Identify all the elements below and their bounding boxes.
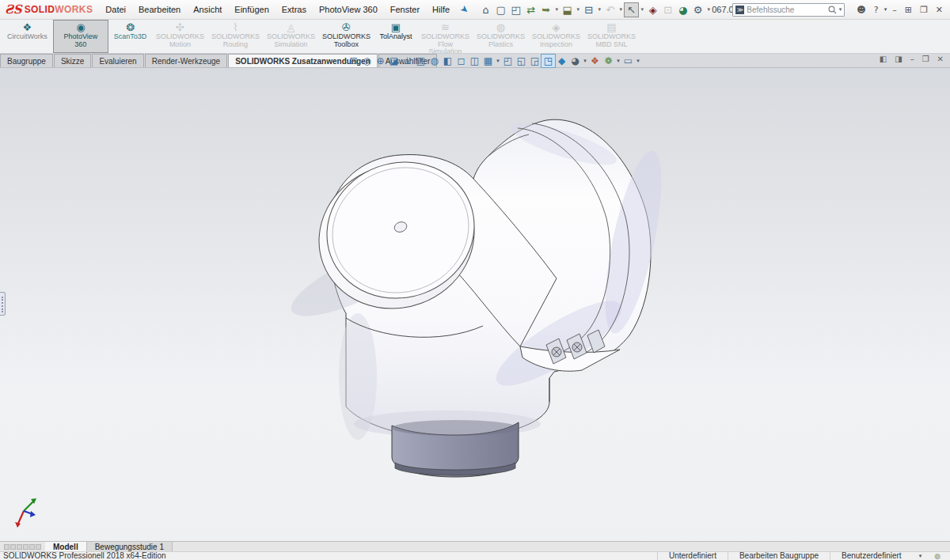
ribbon-solidworks-mbd-snl[interactable]: ▤ SOLIDWORKS MBD SNL <box>583 20 639 53</box>
ribbon-solidworks-inspection[interactable]: ◈ SOLIDWORKS Inspection <box>528 20 583 53</box>
display-style-shaded-edges-icon[interactable]: ◧ <box>441 55 454 67</box>
normal-to-icon[interactable]: ⊥ <box>401 55 414 67</box>
model-3d[interactable] <box>0 68 950 541</box>
tab-bewegungsstudie-1[interactable]: Bewegungsstudie 1 <box>87 542 173 551</box>
title-bar: ƧS SOLID WORKS DateiBearbeitenAnsichtEin… <box>0 0 950 20</box>
shadows-caret[interactable]: ▾ <box>582 55 588 67</box>
menu-fenster[interactable]: Fenster <box>384 2 426 17</box>
graphics-area[interactable] <box>0 68 950 541</box>
tag-globe-icon[interactable]: ◍ <box>928 552 947 560</box>
maximize-window-icon[interactable]: ❐ <box>916 5 932 15</box>
view-selector-icon[interactable]: ◳ <box>542 55 555 67</box>
new-document-icon[interactable]: ▢ <box>493 2 508 17</box>
menu-extras[interactable]: Extras <box>276 2 313 17</box>
minimize-window-icon[interactable]: – <box>888 5 901 15</box>
shadows-icon[interactable]: ◕ <box>568 55 582 67</box>
view-orientation-icon[interactable]: ◳ <box>414 55 428 67</box>
restore-document-icon[interactable]: ❐ <box>920 55 932 63</box>
hide-show-items-icon[interactable]: ◰ <box>501 55 515 67</box>
rebuild-traffic-light-icon[interactable]: ◈ <box>645 2 660 17</box>
display-style-wireframe-icon[interactable]: ▦ <box>481 55 495 67</box>
search-icon[interactable] <box>828 6 837 14</box>
menu-hilfe[interactable]: Hilfe <box>426 2 456 17</box>
solidworks-logo-icon: ƧS <box>5 2 22 17</box>
options-caret[interactable]: ▾ <box>705 2 712 17</box>
save-caret[interactable]: ▾ <box>575 2 581 17</box>
spigot[interactable] <box>392 420 519 477</box>
window-controls: ☻?▾–⊞❐✕ <box>853 5 947 15</box>
display-style-hlv-icon[interactable]: ◫ <box>468 55 481 67</box>
pin-icon[interactable]: ➤ <box>458 2 472 16</box>
menu-einfuegen[interactable]: Einfügen <box>228 2 275 17</box>
select-caret[interactable]: ▾ <box>639 2 645 17</box>
open-document-icon[interactable]: ◰ <box>508 2 523 17</box>
logo-text-works: WORKS <box>55 4 93 15</box>
display-style-caret[interactable]: ▾ <box>495 55 501 67</box>
zoom-to-fit-icon[interactable]: ⊡ <box>347 55 360 67</box>
ribbon-circuitworks[interactable]: ❖ CircuitWorks <box>2 20 53 53</box>
menu-photoview-360[interactable]: PhotoView 360 <box>313 2 384 17</box>
render-options-icon[interactable]: ❁ <box>602 55 615 67</box>
search-caret-icon[interactable]: ▾ <box>839 6 842 13</box>
command-search-box[interactable]: ≫ Befehlssuche ▾ <box>732 3 845 17</box>
task-pane-toggle-icon[interactable]: ◨ <box>892 55 904 63</box>
ribbon-solidworks-flow-simulation[interactable]: ≋ SOLIDWORKS Flow Simulation <box>417 20 473 53</box>
apply-scene-icon[interactable]: ❖ <box>588 55 602 67</box>
tab-baugruppe[interactable]: Baugruppe <box>0 54 53 67</box>
display-style-hlr-icon[interactable]: ◻ <box>454 55 468 67</box>
hide-all-types-icon[interactable]: ◱ <box>515 55 528 67</box>
ribbon-tolanalyst[interactable]: ▣ TolAnalyst <box>374 20 417 53</box>
featuremanager-toggle-icon[interactable]: ◧ <box>877 55 889 63</box>
ribbon-solidworks-toolbox[interactable]: ✇ SOLIDWORKS Toolbox <box>318 20 374 53</box>
help-icon[interactable]: ? <box>870 5 883 15</box>
ribbon-scanto3d[interactable]: ❂ ScanTo3D <box>108 20 153 53</box>
close-window-icon[interactable]: ✕ <box>932 5 947 15</box>
undo-caret[interactable]: ▾ <box>618 2 624 17</box>
scene-caret[interactable]: ▾ <box>615 55 621 67</box>
menu-bearbeiten[interactable]: Bearbeiten <box>132 2 187 17</box>
ribbon-solidworks-plastics[interactable]: ◍ SOLIDWORKS Plastics <box>473 20 528 53</box>
tab-modell[interactable]: Modell <box>45 542 87 551</box>
section-view-icon[interactable]: ◪ <box>387 55 401 67</box>
tab-evaluieren[interactable]: Evaluieren <box>92 54 143 67</box>
tab-render-werkzeuge[interactable]: Render-Werkzeuge <box>145 54 228 67</box>
print-icon[interactable]: ⊟ <box>581 2 596 17</box>
status-benutzerdefiniert[interactable]: Benutzerdefiniert <box>830 552 913 560</box>
save-icon[interactable]: ⬓ <box>560 2 575 17</box>
options-gear-icon[interactable]: ⚙ <box>690 2 705 17</box>
item-visibility-icon[interactable]: ◲ <box>528 55 542 67</box>
user-login-icon[interactable]: ☻ <box>853 5 869 15</box>
tab-skizze[interactable]: Skizze <box>54 54 91 67</box>
ribbon-solidworks-routing[interactable]: ⌇ SOLIDWORKS Routing <box>207 20 263 53</box>
units-caret-icon[interactable]: ▾ <box>913 552 929 560</box>
expand-window-icon[interactable]: ⊞ <box>901 5 916 15</box>
tab-scroll-widget[interactable] <box>0 542 45 551</box>
edit-appearance-icon[interactable]: ◕ <box>675 2 690 17</box>
ribbon-solidworks-motion[interactable]: ✣ SOLIDWORKS Motion <box>152 20 207 53</box>
menu-ansicht[interactable]: Ansicht <box>187 2 228 17</box>
close-document-icon[interactable]: ✕ <box>935 55 946 63</box>
display-style-shaded-icon[interactable]: ◍ <box>428 55 441 67</box>
file-properties-icon[interactable]: ⊡ <box>660 2 675 17</box>
minimize-document-icon[interactable]: – <box>908 55 917 63</box>
print-caret[interactable]: ▾ <box>596 2 602 17</box>
ribbon-solidworks-simulation[interactable]: ◬ SOLIDWORKS Simulation <box>263 20 318 53</box>
status-edition-text: SOLIDWORKS Professionell 2018 x64-Editio… <box>3 552 166 560</box>
realview-icon[interactable]: ◆ <box>555 55 568 67</box>
search-input[interactable]: Befehlssuche <box>747 6 825 14</box>
ribbon-photoview-360[interactable]: ◉ PhotoView 360 <box>53 20 108 53</box>
publish-edrawings-icon[interactable]: ➥ <box>538 2 553 17</box>
menu-datei[interactable]: Datei <box>99 2 132 17</box>
zoom-to-area-icon[interactable]: ◎ <box>360 55 374 67</box>
previous-view-icon[interactable]: ⊕ <box>374 55 387 67</box>
select-icon[interactable]: ↖ <box>624 2 639 17</box>
command-tab-row: BaugruppeSkizzeEvaluierenRender-Werkzeug… <box>0 54 950 68</box>
home-icon[interactable]: ⌂ <box>478 2 493 17</box>
publish-caret[interactable]: ▾ <box>553 2 560 17</box>
panel-splitter-handle[interactable] <box>0 292 6 316</box>
help-caret[interactable]: ▾ <box>883 6 889 13</box>
pack-and-go-icon[interactable]: ⇄ <box>523 2 538 17</box>
undo-icon[interactable]: ↶ <box>602 2 618 17</box>
display-settings-icon[interactable]: ▭ <box>621 55 635 67</box>
display-settings-caret[interactable]: ▾ <box>635 55 641 67</box>
